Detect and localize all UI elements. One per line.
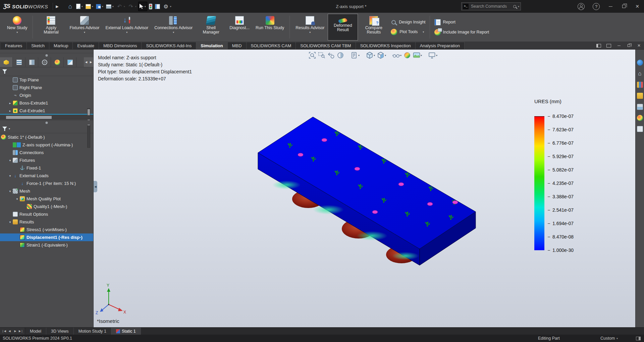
- last-tab-icon[interactable]: ▶❘: [18, 330, 23, 333]
- dropdown-icon[interactable]: ▾: [170, 5, 171, 8]
- ribbon-button-results-advisor[interactable]: Results Advisor ▾: [293, 14, 327, 41]
- search-icon[interactable]: [513, 5, 516, 8]
- filter-dropdown-icon[interactable]: ▾: [9, 127, 10, 130]
- command-tab-analysis-preparation[interactable]: Analysis Preparation: [416, 42, 465, 49]
- options-button[interactable]: ▾: [162, 2, 172, 11]
- doc-close-icon[interactable]: ✕: [636, 43, 642, 48]
- panel-splitter-top[interactable]: [0, 53, 93, 57]
- tree-item-external-loads[interactable]: External Loads: [0, 172, 93, 180]
- taskpane-custom-properties[interactable]: [636, 125, 643, 132]
- panel-tabs-left-icon[interactable]: ◀: [84, 61, 89, 64]
- tree-item-fixtures[interactable]: Fixtures: [0, 156, 93, 164]
- dropdown-icon[interactable]: ▾: [124, 5, 125, 8]
- taskpane-design-library[interactable]: [636, 81, 643, 88]
- tab-displaymanager[interactable]: [51, 57, 64, 67]
- help-icon[interactable]: ?: [593, 3, 600, 10]
- command-tab-solidworks-inspection[interactable]: SOLIDWORKS Inspection: [356, 42, 416, 49]
- dropdown-icon[interactable]: ▾: [309, 31, 311, 34]
- ribbon-button-deformed-result[interactable]: Deformed Result ▾: [328, 14, 358, 41]
- dropdown-icon[interactable]: ▾: [16, 31, 18, 34]
- panel-splitter-middle[interactable]: [0, 120, 93, 125]
- prev-tab-icon[interactable]: ◀: [7, 330, 12, 333]
- taskpane-3dexperience[interactable]: [636, 59, 643, 66]
- tree-item-origin[interactable]: Origin: [0, 91, 93, 99]
- dropdown-icon[interactable]: ▾: [82, 5, 83, 8]
- expander-icon[interactable]: [8, 220, 12, 224]
- print-button[interactable]: ▾: [105, 2, 115, 11]
- expander-icon[interactable]: [8, 174, 12, 178]
- tab-dimxpertmanager[interactable]: [38, 57, 51, 67]
- tree-item-strain1-equivalent[interactable]: Strain1 (-Equivalent-): [0, 241, 93, 249]
- ribbon-small-button-design-insight[interactable]: Design Insight ▾: [391, 19, 425, 25]
- dropdown-icon[interactable]: ▾: [173, 31, 174, 34]
- tree-item-boss-extrude1[interactable]: Boss-Extrude1: [0, 99, 93, 107]
- open-button[interactable]: ▾: [85, 2, 94, 11]
- dropdown-icon[interactable]: ▾: [126, 31, 127, 34]
- command-tab-solidworks-cam-tbm[interactable]: SOLIDWORKS CAM TBM: [296, 42, 356, 49]
- ribbon-small-button-report[interactable]: Report ▾: [434, 19, 489, 25]
- ribbon-small-button-include-image-for-report[interactable]: Include Image for Report ▾: [434, 29, 489, 36]
- expander-icon[interactable]: [8, 101, 12, 105]
- new-document-button[interactable]: ▾: [75, 2, 84, 11]
- dropdown-icon[interactable]: ▾: [92, 5, 93, 8]
- tab-cam-manager[interactable]: [64, 57, 76, 67]
- panel-tabs-right-icon[interactable]: ▶: [89, 61, 93, 64]
- tree-item-mesh[interactable]: Mesh: [0, 187, 93, 195]
- doc-restore-icon[interactable]: [626, 43, 632, 48]
- tree-item-result-options[interactable]: Result Options: [0, 210, 93, 218]
- simulation-tree-filter[interactable]: ▾: [0, 125, 93, 133]
- user-account-icon[interactable]: [578, 3, 585, 10]
- rebuild-button[interactable]: ▾: [148, 2, 153, 11]
- feature-tree-filter[interactable]: [0, 67, 93, 76]
- tree-item-right-plane[interactable]: Right Plane: [0, 84, 93, 91]
- tree-item-stress1-vonmises[interactable]: Stress1 (-vonMises-): [0, 226, 93, 233]
- select-tool-button[interactable]: ▾: [138, 2, 147, 11]
- search-input[interactable]: [470, 4, 512, 9]
- tree-item-cut-extrude1[interactable]: Cut-Extrude1: [0, 107, 93, 115]
- ribbon-button-fixtures-advisor[interactable]: Fixtures Advisor ▾: [67, 14, 102, 41]
- dropdown-icon[interactable]: ▾: [423, 30, 424, 33]
- pane-toggle2-icon[interactable]: [606, 43, 612, 48]
- expander-icon[interactable]: [8, 159, 12, 162]
- save-button[interactable]: ▾: [95, 2, 104, 11]
- feature-tree-hscrollbar[interactable]: [0, 115, 93, 120]
- statusbar-pane-icon[interactable]: [636, 337, 641, 340]
- ribbon-button-shell-manager[interactable]: Shell Manager ▾: [196, 14, 226, 41]
- ribbon-button-compare-results[interactable]: Compare Results ▾: [359, 14, 389, 41]
- command-tab-sketch[interactable]: Sketch: [27, 42, 49, 49]
- graphics-viewport[interactable]: Model name: Z-axis supportStudy name: St…: [94, 50, 635, 327]
- dropdown-icon[interactable]: ▾: [145, 5, 146, 8]
- command-tab-mbd[interactable]: MBD: [228, 42, 247, 49]
- ribbon-button-external-loads-advisor[interactable]: External Loads Advisor ▾: [103, 14, 151, 41]
- ribbon-button-run-this-study[interactable]: Run This Study ▾: [253, 14, 287, 41]
- home-button[interactable]: ▾: [66, 2, 74, 11]
- tab-featuremanager-part[interactable]: [0, 57, 13, 67]
- tab-configurationmanager[interactable]: [25, 57, 38, 67]
- units-selector[interactable]: Custom▾: [600, 336, 618, 341]
- redo-button[interactable]: ▾: [127, 2, 138, 11]
- ribbon-button-new-study[interactable]: New Study ▾: [4, 14, 30, 41]
- bottom-tab-motion-study-1[interactable]: Motion Study 1: [74, 328, 111, 335]
- taskpane-file-explorer[interactable]: [636, 92, 643, 99]
- next-tab-icon[interactable]: ▶: [13, 330, 18, 333]
- search-dropdown-icon[interactable]: ▾: [518, 5, 519, 8]
- close-button[interactable]: ✕: [631, 0, 644, 13]
- dropdown-icon[interactable]: ▾: [84, 31, 85, 34]
- tree-item-fixed-1[interactable]: Fixed-1: [0, 164, 93, 172]
- tab-propertymanager[interactable]: [13, 57, 25, 67]
- expander-icon[interactable]: [8, 190, 12, 193]
- logo-flyout-arrow-icon[interactable]: ▶: [53, 3, 61, 10]
- taskpane-view-palette[interactable]: [636, 103, 643, 110]
- expander-icon[interactable]: [8, 109, 12, 113]
- restore-button[interactable]: [617, 0, 631, 13]
- command-tab-solidworks-cam[interactable]: SOLIDWORKS CAM: [247, 42, 296, 49]
- file-properties-button[interactable]: ▾: [154, 2, 161, 11]
- taskpane-appearances-scenes[interactable]: [636, 114, 643, 121]
- minimize-button[interactable]: [604, 0, 617, 13]
- dropdown-icon[interactable]: ▾: [135, 5, 137, 8]
- undo-button[interactable]: ▾: [115, 2, 126, 11]
- tree-item-mesh-quality-plot[interactable]: Mesh Quality Plot: [0, 195, 93, 203]
- tree-item-z-axis-support-alumina[interactable]: Z-axis support (-Alumina-): [0, 141, 93, 149]
- tree-item-connections[interactable]: Connections: [0, 149, 93, 156]
- command-tab-solidworks-add-ins[interactable]: SOLIDWORKS Add-Ins: [142, 42, 196, 49]
